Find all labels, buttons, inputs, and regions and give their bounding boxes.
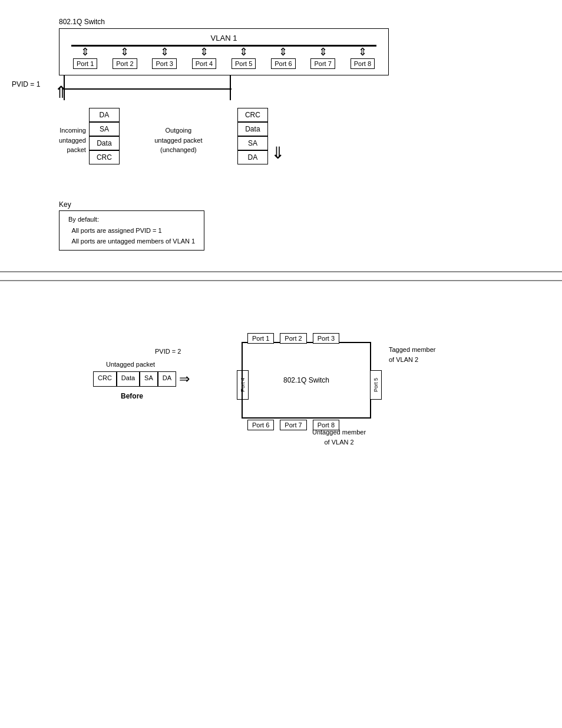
- port-box-5: Port 5: [232, 58, 256, 69]
- port-col-4: ⇕ Port 4: [192, 47, 216, 69]
- outgoing-sa: SA: [237, 136, 268, 150]
- untagged-member-label: Untagged memberof VLAN 2: [312, 427, 366, 447]
- port-col-7: ⇕ Port 7: [310, 47, 335, 69]
- packet-row2: CRC Data SA DA ⇒: [93, 371, 193, 387]
- divider-top: [0, 271, 562, 272]
- large-arrow-down: ⇓: [271, 143, 285, 163]
- d2-port3: Port 3: [313, 333, 339, 344]
- divider-bottom: [0, 280, 562, 281]
- diagram1-switch-label: 802.1Q Switch: [59, 18, 471, 26]
- pkt2-data: Data: [117, 371, 140, 387]
- diagram2-switch-label: 802.1Q Switch: [283, 376, 329, 384]
- connector-area: PVID = 1 ⇑: [59, 75, 389, 117]
- arrow-updown-8: ⇕: [358, 47, 367, 57]
- vlan1-label: VLAN 1: [65, 34, 382, 42]
- arrow-updown-5: ⇕: [239, 47, 248, 57]
- key-line-1: All ports are assigned PVID = 1: [68, 225, 195, 236]
- port-box-7: Port 7: [310, 58, 335, 69]
- incoming-crc: CRC: [89, 150, 120, 164]
- pkt2-sa: SA: [140, 371, 158, 387]
- pvid2-label: PVID = 2: [155, 348, 181, 355]
- port-col-2: ⇕ Port 2: [113, 47, 137, 69]
- before-label: Before: [121, 392, 143, 400]
- port-col-5: ⇕ Port 5: [232, 47, 256, 69]
- port-box-2: Port 2: [113, 58, 137, 69]
- port-box-8: Port 8: [351, 58, 375, 69]
- outgoing-label: Outgoinguntagged packet(unchanged): [131, 126, 226, 155]
- port5-box: Port 5: [370, 370, 382, 400]
- arrow-updown-6: ⇕: [279, 47, 287, 57]
- key-section: Key By default: All ports are assigned P…: [59, 200, 204, 251]
- arrow-updown-4: ⇕: [200, 47, 209, 57]
- arrow-right-icon: ⇒: [179, 371, 190, 387]
- arrow-updown-1: ⇕: [81, 47, 90, 57]
- incoming-data: Data: [89, 136, 120, 150]
- pkt2-crc: CRC: [93, 371, 117, 387]
- untagged-packet-label: Untagged packet: [106, 361, 155, 368]
- arrow-updown-3: ⇕: [160, 47, 169, 57]
- port-top-row: Port 1 Port 2 Port 3: [247, 333, 339, 344]
- diagram1-switch-box: VLAN 1 ⇕ Port 1 ⇕ Port 2 ⇕ Port 3 ⇕ Port…: [59, 28, 389, 75]
- ports-row: ⇕ Port 1 ⇕ Port 2 ⇕ Port 3 ⇕ Port 4 ⇕ Po…: [65, 47, 382, 69]
- port-box-1: Port 1: [73, 58, 97, 69]
- port-col-8: ⇕ Port 8: [351, 47, 375, 69]
- key-line-2: All ports are untagged members of VLAN 1: [68, 236, 195, 247]
- key-box: By default: All ports are assigned PVID …: [59, 210, 204, 251]
- port-box-3: Port 3: [152, 58, 176, 69]
- port-box-6: Port 6: [271, 58, 295, 69]
- outgoing-da: DA: [237, 150, 268, 164]
- arrow-right-area: ⇒: [176, 371, 193, 387]
- port-col-1: ⇕ Port 1: [73, 47, 97, 69]
- tagged-member-label: Tagged memberof VLAN 2: [389, 345, 436, 364]
- port-col-3: ⇕ Port 3: [152, 47, 176, 69]
- outgoing-data: Data: [237, 122, 268, 136]
- vert-connector-port5: [230, 75, 231, 88]
- horizontal-connector: [64, 88, 232, 90]
- diagram2-switch-box: 802.1Q Switch: [242, 342, 371, 419]
- arrow-updown-7: ⇕: [319, 47, 328, 57]
- d2-port2: Port 2: [280, 333, 306, 344]
- key-title: Key: [59, 200, 204, 209]
- arrow-updown-2: ⇕: [120, 47, 129, 57]
- incoming-label: Incominguntaggedpacket: [59, 126, 86, 155]
- pkt2-da: DA: [158, 371, 176, 387]
- d2-port1: Port 1: [247, 333, 274, 344]
- port-box-4: Port 4: [192, 58, 216, 69]
- large-arrow-up: ⇑: [54, 83, 68, 102]
- diagram1: 802.1Q Switch VLAN 1 ⇕ Port 1 ⇕ Port 2 ⇕…: [59, 18, 471, 164]
- pvid-label: PVID = 1: [12, 80, 40, 88]
- incoming-sa: SA: [89, 122, 120, 136]
- d2-port7: Port 7: [280, 420, 306, 430]
- port-col-6: ⇕ Port 6: [271, 47, 295, 69]
- key-line-0: By default:: [68, 214, 195, 225]
- d2-port6: Port 6: [247, 420, 274, 430]
- vert-outgoing-down: [230, 88, 231, 100]
